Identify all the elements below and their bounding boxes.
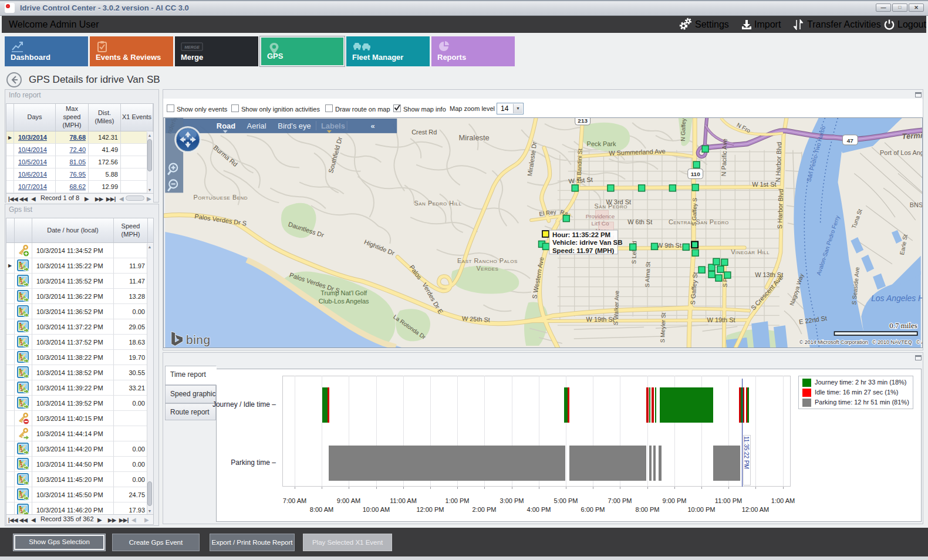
svg-text:Terminal Is: Terminal Is xyxy=(902,130,923,141)
svg-text:Miraleste: Miraleste xyxy=(458,133,489,142)
svg-text:N Gaffey Pl: N Gaffey Pl xyxy=(680,117,687,141)
svg-text:W 1st St: W 1st St xyxy=(752,181,776,188)
svg-text:N Pacific Ave: N Pacific Ave xyxy=(720,139,728,177)
svg-text:Port of Los Angel: Port of Los Angel xyxy=(880,149,923,156)
svg-text:bing: bing xyxy=(186,333,210,346)
svg-text:«: « xyxy=(371,122,375,130)
svg-text:W 19th St: W 19th St xyxy=(707,316,735,323)
svg-text:Central San Pedro: Central San Pedro xyxy=(669,218,729,225)
svg-text:Trump Nat'l Golf: Trump Nat'l Golf xyxy=(320,289,367,296)
svg-text:W 25th St: W 25th St xyxy=(462,315,491,323)
svg-text:S Harbor Blvd: S Harbor Blvd xyxy=(776,189,784,229)
svg-text:47: 47 xyxy=(847,137,854,144)
svg-text:Vehicle: idrive Van SB: Vehicle: idrive Van SB xyxy=(552,239,623,246)
svg-text:San Pedro Hill: San Pedro Hill xyxy=(414,200,461,207)
svg-text:MERGE: MERGE xyxy=(184,45,200,49)
svg-text:N Harbor Blvd: N Harbor Blvd xyxy=(774,141,782,182)
svg-text:San Pedro: San Pedro xyxy=(595,203,627,210)
svg-text:Club-Los Angelas: Club-Los Angelas xyxy=(319,298,369,305)
svg-text:Hour: 11:35:22 PM: Hour: 11:35:22 PM xyxy=(552,231,610,238)
svg-text:213: 213 xyxy=(578,117,588,124)
svg-text:S P: S P xyxy=(721,278,728,288)
svg-text:Los Angeles Harb: Los Angeles Harb xyxy=(871,294,923,303)
svg-text:Providence: Providence xyxy=(586,213,615,220)
svg-text:0.7 miles: 0.7 miles xyxy=(889,321,917,330)
svg-text:BNSF-Port: BNSF-Port xyxy=(910,201,923,208)
svg-text:W 19th St: W 19th St xyxy=(586,316,615,323)
svg-text:Lit'l Co: Lit'l Co xyxy=(591,220,609,227)
svg-text:Vinegar Hill: Vinegar Hill xyxy=(731,248,770,255)
svg-text:S Gaffey S: S Gaffey S xyxy=(691,198,698,227)
svg-text:East Rancho Palos: East Rancho Palos xyxy=(457,257,518,264)
svg-text:Aerial: Aerial xyxy=(247,122,266,130)
svg-text:Road: Road xyxy=(217,122,235,130)
svg-text:Crest Rd: Crest Rd xyxy=(411,129,437,136)
svg-text:S Meyler St: S Meyler St xyxy=(659,312,667,343)
svg-text:110: 110 xyxy=(691,171,701,177)
svg-text:Labels: Labels xyxy=(321,122,345,130)
svg-text:© 2014 Microsoft Corporation: © 2014 Microsoft Corporation © 2010 NAVT… xyxy=(799,339,923,345)
svg-text:Verdes: Verdes xyxy=(477,265,499,272)
svg-text:Peck Park: Peck Park xyxy=(587,140,616,147)
svg-text:S Alma St: S Alma St xyxy=(644,261,652,287)
svg-text:Speed: 11.97 (MPH): Speed: 11.97 (MPH) xyxy=(552,247,615,254)
svg-text:W 9th St: W 9th St xyxy=(657,242,681,249)
svg-text:Bird's eye: Bird's eye xyxy=(278,122,311,130)
svg-text:W 6th St: W 6th St xyxy=(627,218,652,225)
svg-text:Portuguese Bend: Portuguese Bend xyxy=(194,194,248,201)
